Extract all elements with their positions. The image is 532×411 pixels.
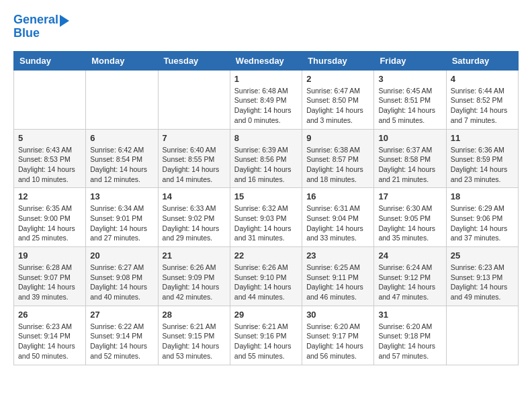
day-info: Sunrise: 6:21 AMSunset: 9:15 PMDaylight:…	[163, 322, 226, 361]
calendar-cell: 30Sunrise: 6:20 AMSunset: 9:17 PMDayligh…	[302, 306, 374, 365]
calendar-cell: 19Sunrise: 6:28 AMSunset: 9:07 PMDayligh…	[14, 247, 86, 306]
calendar-week-row: 5Sunrise: 6:43 AMSunset: 8:53 PMDaylight…	[14, 129, 519, 188]
day-number: 28	[163, 310, 226, 320]
calendar-cell: 10Sunrise: 6:37 AMSunset: 8:58 PMDayligh…	[374, 129, 446, 188]
calendar-cell: 18Sunrise: 6:29 AMSunset: 9:06 PMDayligh…	[446, 188, 518, 247]
calendar-cell	[158, 70, 230, 129]
day-info: Sunrise: 6:44 AMSunset: 8:52 PMDaylight:…	[451, 86, 514, 126]
calendar-week-row: 1Sunrise: 6:48 AMSunset: 8:49 PMDaylight…	[14, 70, 519, 129]
calendar-week-row: 12Sunrise: 6:35 AMSunset: 9:00 PMDayligh…	[14, 188, 519, 247]
day-of-week-header: Sunday	[14, 51, 86, 70]
calendar-cell: 4Sunrise: 6:44 AMSunset: 8:52 PMDaylight…	[446, 70, 518, 129]
day-number: 8	[234, 133, 298, 143]
day-number: 12	[18, 191, 81, 201]
day-info: Sunrise: 6:32 AMSunset: 9:03 PMDaylight:…	[234, 203, 298, 243]
day-number: 23	[306, 250, 369, 261]
day-info: Sunrise: 6:20 AMSunset: 9:17 PMDaylight:…	[306, 322, 369, 361]
day-number: 10	[378, 133, 441, 143]
day-number: 20	[90, 250, 153, 261]
calendar-cell	[446, 306, 518, 365]
calendar-cell: 12Sunrise: 6:35 AMSunset: 9:00 PMDayligh…	[14, 188, 86, 247]
day-number: 22	[234, 250, 298, 261]
day-info: Sunrise: 6:45 AMSunset: 8:51 PMDaylight:…	[378, 86, 441, 126]
day-number: 25	[451, 250, 514, 261]
calendar-body: 1Sunrise: 6:48 AMSunset: 8:49 PMDaylight…	[14, 70, 519, 365]
day-info: Sunrise: 6:23 AMSunset: 9:14 PMDaylight:…	[18, 322, 81, 361]
day-info: Sunrise: 6:34 AMSunset: 9:01 PMDaylight:…	[90, 203, 153, 243]
calendar-week-row: 19Sunrise: 6:28 AMSunset: 9:07 PMDayligh…	[14, 247, 519, 306]
day-number: 9	[306, 133, 369, 143]
day-of-week-header: Wednesday	[230, 51, 302, 70]
day-info: Sunrise: 6:33 AMSunset: 9:02 PMDaylight:…	[163, 203, 226, 243]
calendar-cell: 16Sunrise: 6:31 AMSunset: 9:04 PMDayligh…	[302, 188, 374, 247]
calendar-cell	[86, 70, 158, 129]
calendar-cell: 25Sunrise: 6:23 AMSunset: 9:13 PMDayligh…	[446, 247, 518, 306]
day-info: Sunrise: 6:48 AMSunset: 8:49 PMDaylight:…	[234, 86, 298, 126]
calendar-cell: 13Sunrise: 6:34 AMSunset: 9:01 PMDayligh…	[86, 188, 158, 247]
day-info: Sunrise: 6:22 AMSunset: 9:14 PMDaylight:…	[90, 322, 153, 361]
day-info: Sunrise: 6:35 AMSunset: 9:00 PMDaylight:…	[18, 203, 81, 243]
calendar-cell: 27Sunrise: 6:22 AMSunset: 9:14 PMDayligh…	[86, 306, 158, 365]
day-info: Sunrise: 6:47 AMSunset: 8:50 PMDaylight:…	[306, 86, 369, 126]
calendar-cell: 7Sunrise: 6:40 AMSunset: 8:55 PMDaylight…	[158, 129, 230, 188]
day-of-week-header: Friday	[374, 51, 446, 70]
day-of-week-header: Thursday	[302, 51, 374, 70]
day-info: Sunrise: 6:20 AMSunset: 9:18 PMDaylight:…	[378, 322, 441, 361]
calendar-cell: 17Sunrise: 6:30 AMSunset: 9:05 PMDayligh…	[374, 188, 446, 247]
day-number: 1	[234, 74, 298, 84]
day-number: 30	[306, 310, 369, 320]
day-info: Sunrise: 6:28 AMSunset: 9:07 PMDaylight:…	[18, 263, 81, 302]
day-number: 27	[90, 310, 153, 320]
day-info: Sunrise: 6:42 AMSunset: 8:54 PMDaylight:…	[90, 145, 153, 185]
day-number: 7	[163, 133, 226, 143]
day-info: Sunrise: 6:21 AMSunset: 9:16 PMDaylight:…	[234, 322, 298, 361]
day-info: Sunrise: 6:26 AMSunset: 9:10 PMDaylight:…	[234, 263, 298, 302]
day-of-week-row: SundayMondayTuesdayWednesdayThursdayFrid…	[14, 51, 519, 70]
day-info: Sunrise: 6:23 AMSunset: 9:13 PMDaylight:…	[451, 263, 514, 302]
day-info: Sunrise: 6:38 AMSunset: 8:57 PMDaylight:…	[306, 145, 369, 185]
day-info: Sunrise: 6:40 AMSunset: 8:55 PMDaylight:…	[163, 145, 226, 185]
calendar-cell: 3Sunrise: 6:45 AMSunset: 8:51 PMDaylight…	[374, 70, 446, 129]
calendar-cell: 1Sunrise: 6:48 AMSunset: 8:49 PMDaylight…	[230, 70, 302, 129]
day-number: 17	[378, 191, 441, 201]
day-number: 15	[234, 191, 298, 201]
day-number: 16	[306, 191, 369, 201]
day-info: Sunrise: 6:30 AMSunset: 9:05 PMDaylight:…	[378, 203, 441, 243]
day-info: Sunrise: 6:25 AMSunset: 9:11 PMDaylight:…	[306, 263, 369, 302]
calendar-cell: 23Sunrise: 6:25 AMSunset: 9:11 PMDayligh…	[302, 247, 374, 306]
calendar: SundayMondayTuesdayWednesdayThursdayFrid…	[13, 51, 519, 365]
day-number: 14	[163, 191, 226, 201]
calendar-cell: 15Sunrise: 6:32 AMSunset: 9:03 PMDayligh…	[230, 188, 302, 247]
calendar-cell: 24Sunrise: 6:24 AMSunset: 9:12 PMDayligh…	[374, 247, 446, 306]
calendar-cell: 6Sunrise: 6:42 AMSunset: 8:54 PMDaylight…	[86, 129, 158, 188]
calendar-cell: 5Sunrise: 6:43 AMSunset: 8:53 PMDaylight…	[14, 129, 86, 188]
calendar-cell: 20Sunrise: 6:27 AMSunset: 9:08 PMDayligh…	[86, 247, 158, 306]
day-of-week-header: Saturday	[446, 51, 518, 70]
calendar-cell: 31Sunrise: 6:20 AMSunset: 9:18 PMDayligh…	[374, 306, 446, 365]
day-number: 18	[451, 191, 514, 201]
day-info: Sunrise: 6:27 AMSunset: 9:08 PMDaylight:…	[90, 263, 153, 302]
day-info: Sunrise: 6:26 AMSunset: 9:09 PMDaylight:…	[163, 263, 226, 302]
day-number: 24	[378, 250, 441, 261]
day-info: Sunrise: 6:24 AMSunset: 9:12 PMDaylight:…	[378, 263, 441, 302]
calendar-cell: 14Sunrise: 6:33 AMSunset: 9:02 PMDayligh…	[158, 188, 230, 247]
day-number: 4	[451, 74, 514, 84]
day-number: 3	[378, 74, 441, 84]
logo-text-general: General	[13, 13, 58, 27]
day-info: Sunrise: 6:43 AMSunset: 8:53 PMDaylight:…	[18, 145, 81, 185]
logo-text-blue: Blue	[13, 27, 69, 40]
day-info: Sunrise: 6:31 AMSunset: 9:04 PMDaylight:…	[306, 203, 369, 243]
calendar-cell: 21Sunrise: 6:26 AMSunset: 9:09 PMDayligh…	[158, 247, 230, 306]
day-number: 26	[18, 310, 81, 320]
day-of-week-header: Monday	[86, 51, 158, 70]
calendar-cell: 9Sunrise: 6:38 AMSunset: 8:57 PMDaylight…	[302, 129, 374, 188]
day-of-week-header: Tuesday	[158, 51, 230, 70]
day-number: 5	[18, 133, 81, 143]
day-number: 13	[90, 191, 153, 201]
day-number: 6	[90, 133, 153, 143]
calendar-cell: 28Sunrise: 6:21 AMSunset: 9:15 PMDayligh…	[158, 306, 230, 365]
day-number: 2	[306, 74, 369, 84]
calendar-week-row: 26Sunrise: 6:23 AMSunset: 9:14 PMDayligh…	[14, 306, 519, 365]
day-number: 31	[378, 310, 441, 320]
day-number: 19	[18, 250, 81, 261]
